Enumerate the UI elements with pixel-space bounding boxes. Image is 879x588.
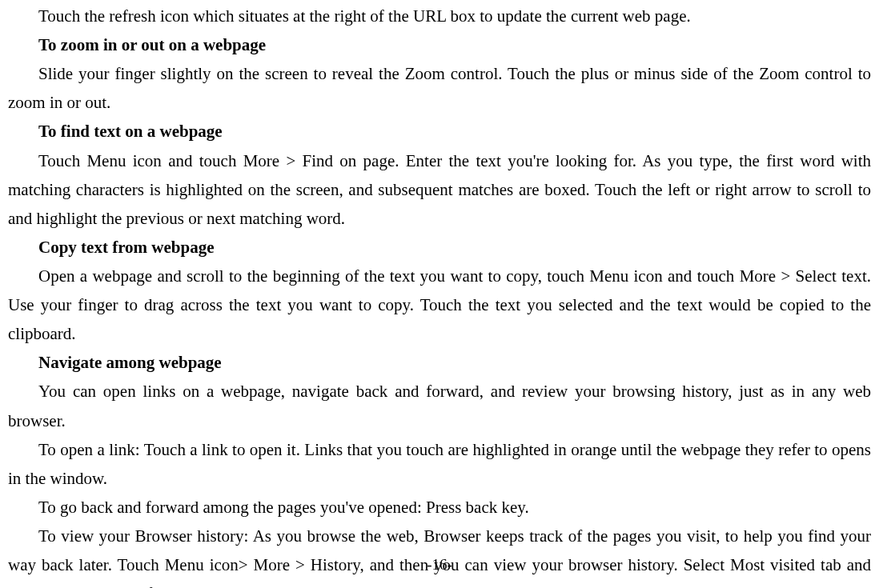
back-forward-instruction: To go back and forward among the pages y… (8, 493, 871, 522)
find-text-instruction: Touch Menu icon and touch More > Find on… (8, 146, 871, 233)
page-number: -16- (0, 552, 879, 578)
zoom-instruction-text: Slide your finger slightly on the screen… (8, 59, 871, 117)
copy-text-heading: Copy text from webpage (8, 233, 871, 262)
open-link-instruction: To open a link: Touch a link to open it.… (8, 435, 871, 493)
navigate-heading: Navigate among webpage (8, 348, 871, 377)
refresh-instruction-text: Touch the refresh icon which situates at… (8, 2, 871, 30)
zoom-heading: To zoom in or out on a webpage (8, 30, 871, 59)
navigate-overview-text: You can open links on a webpage, navigat… (8, 377, 871, 434)
find-text-heading: To find text on a webpage (8, 117, 871, 146)
copy-text-instruction: Open a webpage and scroll to the beginni… (8, 262, 871, 348)
